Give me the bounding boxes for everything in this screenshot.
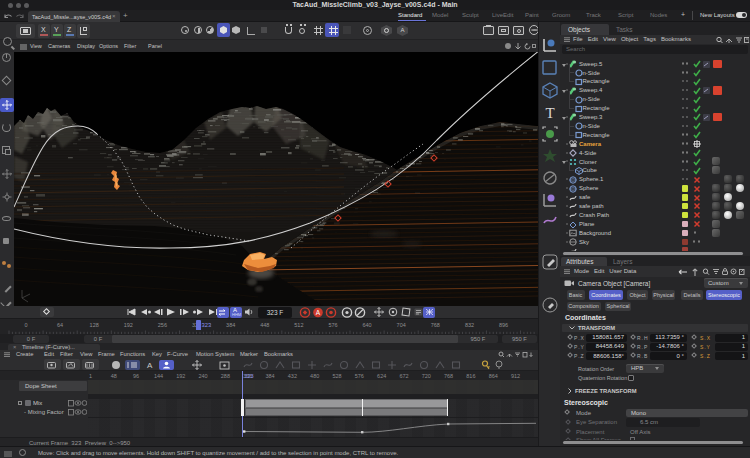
svg-text:A: A [316, 309, 321, 316]
svg-text:T: T [545, 105, 554, 121]
svg-text:A: A [147, 361, 153, 370]
